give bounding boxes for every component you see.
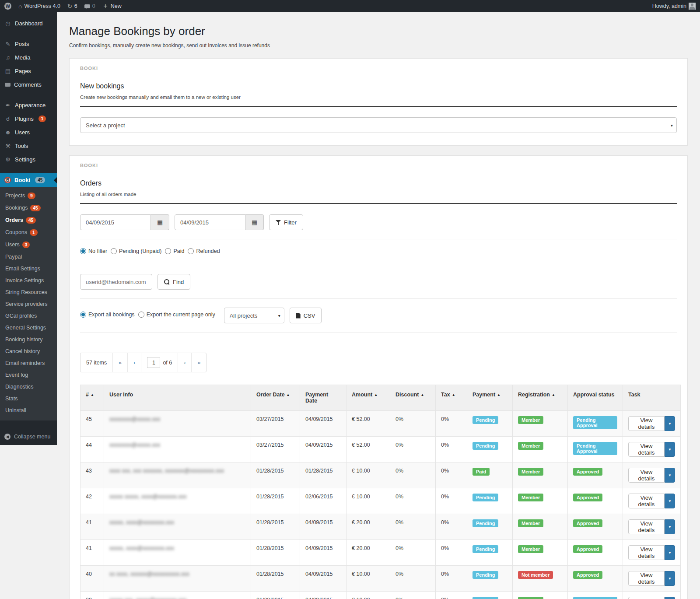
radio-paid[interactable]: Paid — [165, 248, 184, 254]
submenu-item-cancel-history[interactable]: Cancel history — [0, 345, 57, 357]
view-details-button[interactable]: View details — [628, 571, 665, 586]
task-dropdown-toggle[interactable]: ▼ — [665, 494, 675, 508]
radio-no-filter[interactable]: No filter — [80, 248, 107, 254]
site-name-menu[interactable]: ⌂ WordPress 4.0 — [18, 3, 60, 10]
submenu-item-label: Paypal — [5, 254, 22, 260]
redacted-user-info: xxxxxxxx@xxxxx.xxx — [109, 416, 160, 422]
collapse-menu-button[interactable]: ◀ Collapse menu — [0, 428, 57, 445]
view-details-button[interactable]: View details — [628, 442, 665, 457]
cell-payment-date: 01/28/2015 — [300, 462, 346, 488]
sidebar-item-posts[interactable]: ✎Posts — [0, 37, 57, 51]
task-dropdown-toggle[interactable]: ▼ — [665, 545, 675, 560]
submenu-item-event-log[interactable]: Event log — [0, 369, 57, 381]
task-dropdown-toggle[interactable]: ▼ — [665, 468, 675, 483]
radio-input-paid[interactable] — [165, 248, 171, 254]
column-header-amount[interactable]: Amount▲ — [346, 385, 390, 411]
task-dropdown-toggle[interactable]: ▼ — [665, 597, 675, 599]
view-details-button[interactable]: View details — [628, 468, 665, 483]
radio-input-no-filter[interactable] — [80, 248, 86, 254]
pagination-next[interactable]: › — [178, 353, 192, 372]
new-content-menu[interactable]: ＋ New — [102, 2, 122, 10]
task-button-group: View details▼ — [628, 442, 675, 457]
radio-refunded[interactable]: Refunded — [188, 248, 220, 254]
submenu-item-stats[interactable]: Stats — [0, 392, 57, 404]
view-details-button[interactable]: View details — [628, 494, 665, 508]
sidebar-item-booki[interactable]: BBooki45 — [0, 173, 57, 187]
radio-input-refunded[interactable] — [188, 248, 194, 254]
project-select[interactable]: Select a project — [80, 117, 677, 133]
task-dropdown-toggle[interactable]: ▼ — [665, 416, 675, 431]
column-header-[interactable]: #▲ — [80, 385, 104, 411]
submenu-item-general-settings[interactable]: General Settings — [0, 322, 57, 333]
user-search-input[interactable] — [80, 274, 152, 290]
column-header-order-date[interactable]: Order Date▲ — [251, 385, 300, 411]
sidebar-item-users[interactable]: ☻Users — [0, 126, 57, 139]
pagination-prev[interactable]: ‹ — [128, 353, 141, 372]
cell-task: View details▼ — [623, 411, 681, 437]
sidebar-item-settings[interactable]: ⚙Settings — [0, 153, 57, 166]
radio-input-export-all-bookings[interactable] — [80, 312, 86, 318]
page-number-input[interactable] — [147, 357, 160, 368]
submenu-item-orders[interactable]: Orders45 — [0, 214, 57, 226]
view-details-button[interactable]: View details — [628, 545, 665, 560]
task-dropdown-toggle[interactable]: ▼ — [665, 519, 675, 534]
submenu-item-email-settings[interactable]: Email Settings — [0, 263, 57, 274]
sidebar-item-tools[interactable]: ⚒Tools — [0, 139, 57, 153]
column-header-registration[interactable]: Registration▲ — [513, 385, 568, 411]
pagination-first[interactable]: « — [113, 353, 128, 372]
radio-pending-unpaid[interactable]: Pending (Unpaid) — [111, 248, 161, 254]
submenu-item-invoice-settings[interactable]: Invoice Settings — [0, 274, 57, 286]
sidebar-item-media[interactable]: ♫Media — [0, 51, 57, 64]
radio-input-pending-unpaid[interactable] — [111, 248, 117, 254]
comments-menu[interactable]: 0 — [84, 3, 95, 9]
sidebar-item-pages[interactable]: ▤Pages — [0, 64, 57, 78]
task-dropdown-toggle[interactable]: ▼ — [665, 442, 675, 457]
column-header-tax[interactable]: Tax▲ — [436, 385, 467, 411]
column-header-discount[interactable]: Discount▲ — [390, 385, 436, 411]
cell-order-id: 39 — [80, 592, 104, 599]
submenu-item-coupons[interactable]: Coupons1 — [0, 226, 57, 238]
my-account-menu[interactable]: Howdy, admin — [652, 3, 696, 10]
payment-status-badge: Pending — [472, 494, 498, 501]
submenu-item-bookings[interactable]: Bookings45 — [0, 202, 57, 214]
calendar-icon[interactable]: ▦ — [245, 214, 264, 230]
view-details-button[interactable]: View details — [628, 416, 665, 431]
task-dropdown-toggle[interactable]: ▼ — [665, 571, 675, 586]
calendar-icon[interactable]: ▦ — [151, 214, 169, 230]
approval-status-badge: Pending Approval — [573, 597, 617, 599]
submenu-item-booking-history[interactable]: Booking history — [0, 333, 57, 345]
radio-export-the-current-page-only[interactable]: Export the current page only — [138, 312, 215, 318]
submenu-item-uninstall[interactable]: Uninstall — [0, 404, 57, 416]
find-button[interactable]: Find — [158, 274, 190, 290]
sidebar-item-appearance[interactable]: ✒Appearance — [0, 98, 57, 112]
updates-menu[interactable]: ↻ 6 — [67, 3, 77, 10]
radio-export-all-bookings[interactable]: Export all bookings — [80, 312, 135, 318]
submenu-item-service-providers[interactable]: Service providers — [0, 298, 57, 310]
view-details-button[interactable]: View details — [628, 597, 665, 599]
submenu-item-users[interactable]: Users3 — [0, 238, 57, 251]
cell-order-date: 03/27/2015 — [251, 437, 300, 462]
sidebar-item-comments[interactable]: Comments — [0, 78, 57, 91]
submenu-item-projects[interactable]: Projects9 — [0, 189, 57, 202]
date-to-input[interactable] — [175, 214, 245, 230]
submenu-item-gcal-profiles[interactable]: GCal profiles — [0, 310, 57, 322]
export-project-select[interactable]: All projects — [224, 308, 284, 323]
submenu-item-string-resources[interactable]: String Resources — [0, 286, 57, 298]
column-header-label: Discount — [396, 392, 419, 398]
date-from-input[interactable] — [80, 214, 151, 230]
radio-input-export-the-current-page-only[interactable] — [138, 312, 144, 318]
sidebar-item-plugins[interactable]: ☌Plugins1 — [0, 112, 57, 126]
submenu-item-diagnostics[interactable]: Diagnostics — [0, 381, 57, 392]
submenu-item-email-reminders[interactable]: Email reminders — [0, 357, 57, 369]
filter-button[interactable]: Filter — [269, 214, 303, 230]
caret-down-icon: ▼ — [668, 422, 672, 426]
submenu-item-paypal[interactable]: Paypal — [0, 251, 57, 263]
view-details-button[interactable]: View details — [628, 519, 665, 534]
wordpress-logo-menu[interactable]: W — [4, 3, 11, 10]
pagination-last[interactable]: » — [192, 353, 206, 372]
sidebar-item-dashboard[interactable]: ◷Dashboard — [0, 17, 57, 30]
column-header-payment[interactable]: Payment▲ — [467, 385, 513, 411]
cell-approval-status: Approved — [568, 540, 623, 566]
cell-tax: 0% — [436, 540, 467, 566]
csv-export-button[interactable]: CSV — [290, 308, 322, 323]
